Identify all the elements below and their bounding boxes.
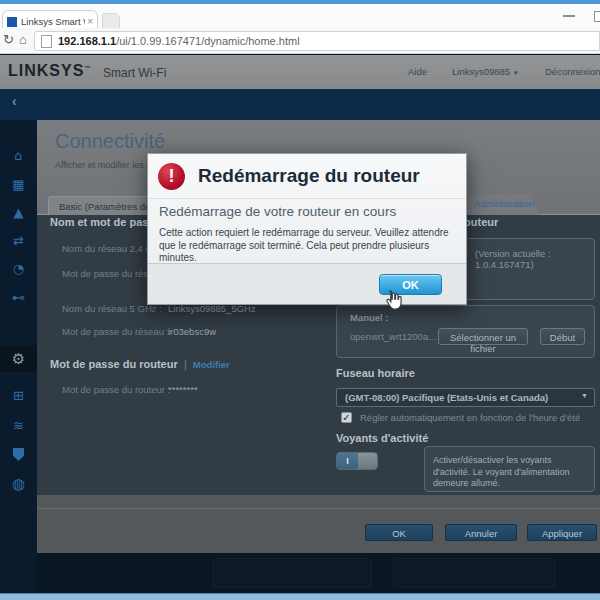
openvpn-icon: ◍ xyxy=(12,475,25,493)
footer-faint-box-2 xyxy=(393,558,555,588)
dst-label: Régler automatiquement en fonction de l'… xyxy=(360,412,580,423)
help-link[interactable]: Aide xyxy=(408,66,427,77)
dialog-title-divider xyxy=(148,198,466,199)
connectivity-gear-icon: ⚙ xyxy=(12,350,25,368)
start-update-button[interactable]: Début xyxy=(540,328,585,345)
select-arrow-icon: ▼ xyxy=(581,392,588,406)
url-text: 192.168.1.1/ui/1.0.99.167471/dynamic/hom… xyxy=(58,35,300,47)
window-minimize-button[interactable] xyxy=(563,15,575,17)
alert-icon: ! xyxy=(158,163,185,190)
separator: | xyxy=(184,358,187,370)
restart-router-dialog: ! Redémarrage du routeur Redémarrage de … xyxy=(147,153,467,305)
toggle-on-segment[interactable]: I xyxy=(337,453,358,469)
sidebar-item-parental-controls[interactable]: ▲ xyxy=(0,205,37,220)
firmware-version: (Version actuelle : 1.0.4.167471) xyxy=(475,248,600,270)
timezone-select[interactable]: (GMT-08:00) Pacifique (Etats-Unis et Can… xyxy=(336,388,595,407)
sidebar-item-guest-access[interactable]: ▦ xyxy=(0,177,37,192)
router-password-value: ******** xyxy=(168,384,198,395)
tab-title: Linksys Smart Wi-Fi xyxy=(21,16,85,27)
refresh-icon[interactable]: ↻ xyxy=(3,32,14,47)
router-password-label: Mot de passe du routeur : xyxy=(62,384,170,395)
media-prioritization-icon: ⇄ xyxy=(13,233,24,248)
sidebar-collapse-chevron-icon[interactable]: ‹ xyxy=(12,93,17,109)
speed-test-icon: ◔ xyxy=(13,261,24,276)
tab-administration[interactable]: Administration xyxy=(462,194,540,215)
page-apply-button[interactable]: Appliquer xyxy=(527,524,597,541)
footer-divider xyxy=(37,508,600,509)
network-map-icon: ⌂ xyxy=(14,148,22,163)
troubleshooting-icon: ⊞ xyxy=(13,388,24,403)
tab-close-icon[interactable]: × xyxy=(87,16,93,27)
sidebar-item-wireless[interactable]: ≋ xyxy=(0,418,37,433)
window-maximize-button[interactable] xyxy=(594,11,600,22)
sidebar-item-media-prioritization[interactable]: ⇄ xyxy=(0,233,37,248)
network-row4-value: ir03ebsc9w xyxy=(168,326,216,337)
url-path: /ui/1.0.99.167471/dynamic/home.html xyxy=(116,35,299,47)
logo-trademark: ™ xyxy=(84,65,91,71)
page-title: Connectivité xyxy=(55,130,165,153)
sidebar-item-speed-test[interactable]: ◔ xyxy=(0,261,37,276)
wireless-icon: ≋ xyxy=(13,418,24,433)
bottom-edge-strip xyxy=(0,593,600,600)
product-name: Smart Wi-Fi xyxy=(103,66,166,80)
sidebar-item-network-map[interactable]: ⌂ xyxy=(0,148,37,163)
footer-faint-box-1 xyxy=(213,558,372,588)
dialog-subtitle: Redémarrage de votre routeur en cours xyxy=(159,204,396,219)
parental-controls-icon: ▲ xyxy=(14,205,24,220)
dialog-body-text: Cette action requiert le redémarrage du … xyxy=(159,227,459,265)
linksys-favicon-icon xyxy=(7,17,17,27)
dialog-title: Redémarrage du routeur xyxy=(198,165,420,187)
logout-link[interactable]: Déconnexion xyxy=(545,66,600,77)
select-file-button[interactable]: Sélectionner un fichier xyxy=(438,328,528,345)
hand-cursor-icon xyxy=(382,288,404,312)
browser-tab-strip: Linksys Smart Wi-Fi × xyxy=(0,4,600,28)
sidebar-item-external-storage[interactable]: ⊷ xyxy=(0,290,37,305)
home-icon[interactable]: ⌂ xyxy=(19,32,27,47)
toggle-knob[interactable] xyxy=(358,453,377,469)
check-icon: ✓ xyxy=(342,412,350,423)
page-top-band xyxy=(0,89,600,120)
external-storage-icon: ⊷ xyxy=(12,290,25,305)
page-icon xyxy=(41,35,52,48)
sidebar-item-connectivity[interactable]: ⚙ xyxy=(0,350,37,368)
timezone-selected-option: (GMT-08:00) Pacifique (Etats-Unis et Can… xyxy=(345,392,548,406)
account-menu[interactable]: Linksys09885 ▼ xyxy=(452,66,519,77)
network-row4-label: Mot de passe du réseau : xyxy=(62,326,169,337)
page-cancel-button[interactable]: Annuler xyxy=(445,524,517,541)
lights-info-box: Activer/désactiver les voyants d'activit… xyxy=(424,446,595,492)
sidebar-item-troubleshooting[interactable]: ⊞ xyxy=(0,388,37,403)
linksys-logo: LINKSYS™ xyxy=(8,62,91,80)
edit-password-link[interactable]: Modifier xyxy=(193,359,230,370)
sidebar-item-openvpn[interactable]: ◍ xyxy=(0,475,37,493)
firmware-file-name: openwrt_wrt1200a... xyxy=(350,331,436,342)
chevron-down-icon: ▼ xyxy=(513,70,519,76)
page-ok-button[interactable]: OK xyxy=(365,524,433,541)
dst-checkbox[interactable]: ✓ xyxy=(341,412,352,423)
lights-heading: Voyants d'activité xyxy=(336,432,428,444)
address-bar[interactable]: 192.168.1.1/ui/1.0.99.167471/dynamic/hom… xyxy=(34,31,600,51)
router-password-heading: Mot de passe du routeur | Modifier xyxy=(50,358,230,370)
timezone-heading: Fuseau horaire xyxy=(336,367,415,379)
screen: Linksys Smart Wi-Fi × ↻ ⌂ 192.168.1.1/ui… xyxy=(0,0,600,600)
guest-access-icon: ▦ xyxy=(12,177,24,192)
manual-label: Manuel : xyxy=(350,312,389,323)
url-host: 192.168.1.1 xyxy=(58,35,116,47)
